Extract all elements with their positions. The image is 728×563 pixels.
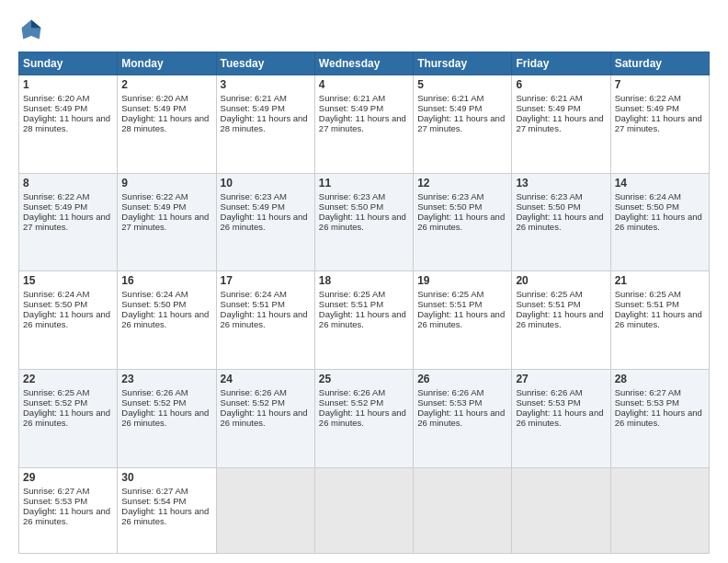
sunset-label: Sunset: 5:53 PM [417, 397, 482, 408]
day-number: 11 [319, 177, 409, 190]
daylight-label: Daylight: 11 hours and 26 minutes. [516, 408, 603, 428]
calendar-cell: 28 Sunrise: 6:27 AM Sunset: 5:53 PM Dayl… [610, 370, 709, 468]
daylight-label: Daylight: 11 hours and 26 minutes. [417, 408, 505, 428]
day-number: 13 [516, 177, 606, 190]
sunrise-label: Sunrise: 6:20 AM [23, 93, 89, 103]
sunset-label: Sunset: 5:49 PM [221, 103, 285, 113]
sunrise-label: Sunrise: 6:21 AM [319, 93, 385, 103]
calendar-cell: 19 Sunrise: 6:25 AM Sunset: 5:51 PM Dayl… [414, 271, 512, 370]
sunset-label: Sunset: 5:54 PM [121, 496, 186, 506]
sunset-label: Sunset: 5:50 PM [23, 299, 87, 309]
day-number: 4 [319, 78, 409, 91]
day-number: 23 [121, 373, 211, 385]
calendar-cell: 3 Sunrise: 6:21 AM Sunset: 5:49 PM Dayli… [216, 75, 314, 174]
sunrise-label: Sunrise: 6:26 AM [221, 387, 287, 397]
col-header-sunday: Sunday [19, 52, 118, 75]
col-header-friday: Friday [512, 52, 610, 75]
daylight-label: Daylight: 11 hours and 26 minutes. [121, 408, 209, 428]
sunset-label: Sunset: 5:50 PM [516, 201, 580, 212]
sunrise-label: Sunrise: 6:25 AM [319, 289, 385, 299]
col-header-saturday: Saturday [610, 52, 709, 75]
day-number: 21 [615, 274, 705, 287]
day-number: 8 [23, 177, 113, 190]
sunrise-label: Sunrise: 6:21 AM [516, 93, 582, 103]
day-number: 16 [121, 274, 211, 287]
daylight-label: Daylight: 11 hours and 27 minutes. [23, 212, 110, 232]
daylight-label: Daylight: 11 hours and 26 minutes. [23, 309, 110, 329]
day-number: 19 [417, 274, 507, 287]
day-number: 5 [417, 78, 507, 91]
week-row-2: 8 Sunrise: 6:22 AM Sunset: 5:49 PM Dayli… [19, 173, 710, 271]
daylight-label: Daylight: 11 hours and 26 minutes. [319, 212, 406, 232]
calendar-cell: 2 Sunrise: 6:20 AM Sunset: 5:49 PM Dayli… [118, 75, 216, 174]
calendar-cell [216, 467, 314, 553]
day-number: 12 [417, 177, 507, 190]
svg-marker-1 [31, 20, 41, 29]
sunrise-label: Sunrise: 6:23 AM [319, 191, 385, 201]
calendar-cell [512, 467, 610, 553]
day-number: 25 [319, 373, 409, 385]
sunrise-label: Sunrise: 6:22 AM [121, 191, 188, 201]
col-header-tuesday: Tuesday [216, 52, 314, 75]
sunset-label: Sunset: 5:51 PM [417, 299, 482, 309]
daylight-label: Daylight: 11 hours and 27 minutes. [417, 113, 505, 133]
sunset-label: Sunset: 5:52 PM [121, 397, 186, 408]
week-row-1: 1 Sunrise: 6:20 AM Sunset: 5:49 PM Dayli… [19, 75, 710, 174]
sunset-label: Sunset: 5:49 PM [221, 201, 285, 212]
sunrise-label: Sunrise: 6:27 AM [23, 486, 89, 496]
sunset-label: Sunset: 5:49 PM [615, 103, 679, 113]
col-header-wednesday: Wednesday [314, 52, 413, 75]
sunrise-label: Sunrise: 6:21 AM [417, 93, 483, 103]
calendar-cell: 26 Sunrise: 6:26 AM Sunset: 5:53 PM Dayl… [414, 370, 512, 468]
calendar-cell: 25 Sunrise: 6:26 AM Sunset: 5:52 PM Dayl… [314, 370, 413, 468]
daylight-label: Daylight: 11 hours and 26 minutes. [615, 408, 702, 428]
logo-icon [18, 17, 44, 42]
sunset-label: Sunset: 5:49 PM [319, 103, 383, 113]
calendar-cell [610, 467, 709, 553]
sunrise-label: Sunrise: 6:27 AM [615, 387, 681, 397]
calendar-cell: 18 Sunrise: 6:25 AM Sunset: 5:51 PM Dayl… [314, 271, 413, 370]
daylight-label: Daylight: 11 hours and 27 minutes. [615, 113, 702, 133]
daylight-label: Daylight: 11 hours and 26 minutes. [319, 408, 406, 428]
calendar-cell: 6 Sunrise: 6:21 AM Sunset: 5:49 PM Dayli… [512, 75, 610, 174]
sunset-label: Sunset: 5:50 PM [417, 201, 482, 212]
sunset-label: Sunset: 5:53 PM [23, 496, 87, 506]
day-number: 30 [121, 471, 211, 484]
sunrise-label: Sunrise: 6:26 AM [516, 387, 582, 397]
sunset-label: Sunset: 5:50 PM [121, 299, 186, 309]
sunrise-label: Sunrise: 6:26 AM [319, 387, 385, 397]
daylight-label: Daylight: 11 hours and 26 minutes. [121, 309, 209, 329]
sunrise-label: Sunrise: 6:23 AM [221, 191, 287, 201]
daylight-label: Daylight: 11 hours and 28 minutes. [121, 113, 209, 133]
sunset-label: Sunset: 5:49 PM [23, 201, 87, 212]
week-row-4: 22 Sunrise: 6:25 AM Sunset: 5:52 PM Dayl… [19, 370, 710, 468]
daylight-label: Daylight: 11 hours and 26 minutes. [121, 506, 209, 526]
daylight-label: Daylight: 11 hours and 26 minutes. [319, 309, 406, 329]
day-number: 22 [23, 373, 113, 385]
calendar-cell [314, 467, 413, 553]
calendar-cell: 5 Sunrise: 6:21 AM Sunset: 5:49 PM Dayli… [414, 75, 512, 174]
col-header-monday: Monday [118, 52, 216, 75]
calendar-cell: 20 Sunrise: 6:25 AM Sunset: 5:51 PM Dayl… [512, 271, 610, 370]
day-number: 17 [221, 274, 311, 287]
sunrise-label: Sunrise: 6:25 AM [615, 289, 681, 299]
day-number: 28 [615, 373, 705, 385]
daylight-label: Daylight: 11 hours and 27 minutes. [121, 212, 209, 232]
sunset-label: Sunset: 5:49 PM [121, 201, 186, 212]
calendar-cell: 29 Sunrise: 6:27 AM Sunset: 5:53 PM Dayl… [19, 467, 118, 553]
sunset-label: Sunset: 5:50 PM [615, 201, 679, 212]
daylight-label: Daylight: 11 hours and 27 minutes. [319, 113, 406, 133]
sunset-label: Sunset: 5:51 PM [221, 299, 285, 309]
calendar-cell: 7 Sunrise: 6:22 AM Sunset: 5:49 PM Dayli… [610, 75, 709, 174]
sunset-label: Sunset: 5:49 PM [417, 103, 482, 113]
calendar-cell: 22 Sunrise: 6:25 AM Sunset: 5:52 PM Dayl… [19, 370, 118, 468]
calendar-cell [414, 467, 512, 553]
calendar-cell: 4 Sunrise: 6:21 AM Sunset: 5:49 PM Dayli… [314, 75, 413, 174]
sunset-label: Sunset: 5:49 PM [23, 103, 87, 113]
calendar-cell: 15 Sunrise: 6:24 AM Sunset: 5:50 PM Dayl… [19, 271, 118, 370]
sunrise-label: Sunrise: 6:24 AM [615, 191, 681, 201]
sunrise-label: Sunrise: 6:25 AM [23, 387, 89, 397]
day-number: 15 [23, 274, 113, 287]
sunrise-label: Sunrise: 6:22 AM [615, 93, 681, 103]
sunset-label: Sunset: 5:50 PM [319, 201, 383, 212]
